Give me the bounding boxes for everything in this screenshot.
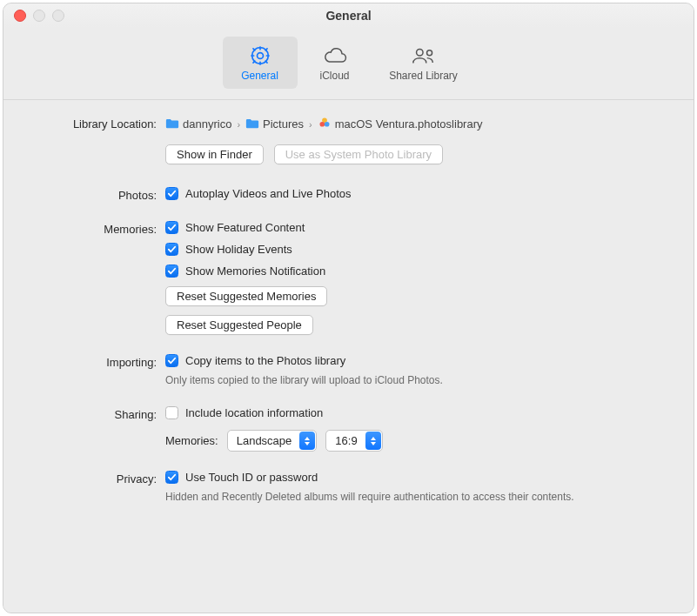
sharing-label: Sharing:	[28, 406, 165, 421]
memories-label: Memories:	[28, 221, 165, 236]
preferences-window: General General	[3, 3, 694, 613]
breadcrumb-text: dannyrico	[183, 117, 231, 131]
featured-content-checkbox-row[interactable]: Show Featured Content	[165, 221, 669, 234]
toolbar-tabs: General iCloud	[223, 37, 475, 89]
tab-shared-library-label: Shared Library	[389, 70, 458, 82]
checkbox[interactable]	[165, 187, 178, 200]
memories-row: Memories: Show Featured Content Show Hol…	[28, 221, 669, 335]
memories-notification-checkbox-row[interactable]: Show Memories Notification	[165, 264, 669, 278]
reset-suggested-people-button[interactable]: Reset Suggested People	[165, 315, 313, 335]
people-icon	[411, 44, 437, 67]
include-location-checkbox-row[interactable]: Include location information	[165, 406, 669, 419]
library-path-breadcrumb: dannyrico › Pictures ›	[165, 116, 669, 132]
photos-label: Photos:	[28, 187, 165, 202]
featured-content-label: Show Featured Content	[185, 221, 305, 234]
importing-label: Importing:	[28, 354, 165, 369]
tab-general-label: General	[241, 70, 278, 82]
window-title: General	[3, 9, 694, 23]
breadcrumb-text: macOS Ventura.photoslibrary	[335, 117, 483, 131]
titlebar: General	[3, 3, 694, 28]
svg-point-2	[416, 49, 423, 56]
orientation-value: Landscape	[237, 434, 292, 447]
library-location-row: Library Location: dannyrico › Pictu	[28, 116, 669, 164]
tab-shared-library[interactable]: Shared Library	[372, 37, 475, 89]
sharing-memories-sublabel: Memories:	[165, 434, 218, 447]
use-as-system-library-button: Use as System Photo Library	[274, 144, 443, 164]
aspect-ratio-select[interactable]: 16:9	[325, 430, 382, 452]
autoplay-label: Autoplay Videos and Live Photos	[185, 187, 352, 200]
svg-point-5	[319, 122, 325, 127]
copy-items-checkbox-row[interactable]: Copy items to the Photos library	[165, 354, 669, 367]
autoplay-checkbox-row[interactable]: Autoplay Videos and Live Photos	[165, 187, 669, 200]
chevron-right-icon: ›	[307, 119, 314, 130]
show-in-finder-button[interactable]: Show in Finder	[165, 144, 264, 164]
toolbar: General iCloud	[3, 28, 694, 100]
breadcrumb-segment[interactable]: dannyrico	[165, 117, 231, 131]
checkbox[interactable]	[165, 471, 178, 484]
tab-icloud[interactable]: iCloud	[298, 37, 372, 89]
importing-row: Importing: Copy items to the Photos libr…	[28, 354, 669, 387]
folder-icon	[245, 117, 259, 131]
privacy-hint: Hidden and Recently Deleted albums will …	[165, 490, 618, 504]
holiday-events-label: Show Holiday Events	[185, 243, 292, 256]
sharing-row: Sharing: Include location information Me…	[28, 406, 669, 452]
photos-row: Photos: Autoplay Videos and Live Photos	[28, 187, 669, 202]
checkbox[interactable]	[165, 406, 178, 419]
checkbox[interactable]	[165, 243, 178, 256]
svg-point-0	[257, 52, 263, 58]
importing-hint: Only items copied to the library will up…	[165, 373, 669, 387]
svg-point-6	[325, 122, 330, 127]
privacy-label: Privacy:	[28, 471, 165, 485]
checkbox[interactable]	[165, 354, 178, 367]
memories-notification-label: Show Memories Notification	[185, 264, 325, 278]
breadcrumb-text: Pictures	[263, 117, 304, 131]
gear-icon	[249, 44, 271, 67]
library-location-label: Library Location:	[28, 116, 165, 131]
cloud-icon	[322, 44, 348, 67]
holiday-events-checkbox-row[interactable]: Show Holiday Events	[165, 243, 669, 256]
photoslibrary-icon	[318, 116, 332, 132]
breadcrumb-segment[interactable]: macOS Ventura.photoslibrary	[318, 116, 483, 132]
folder-icon	[165, 117, 179, 131]
tab-general[interactable]: General	[223, 37, 298, 89]
copy-items-label: Copy items to the Photos library	[185, 354, 345, 367]
preferences-content: Library Location: dannyrico › Pictu	[3, 100, 694, 613]
orientation-select[interactable]: Landscape	[227, 430, 318, 452]
checkbox[interactable]	[165, 221, 178, 234]
checkbox[interactable]	[165, 264, 178, 278]
touch-id-label: Use Touch ID or password	[185, 471, 318, 484]
chevron-right-icon: ›	[235, 119, 242, 130]
touch-id-checkbox-row[interactable]: Use Touch ID or password	[165, 471, 669, 484]
stepper-icon	[365, 432, 381, 450]
reset-suggested-memories-button[interactable]: Reset Suggested Memories	[165, 286, 327, 306]
breadcrumb-segment[interactable]: Pictures	[245, 117, 304, 131]
include-location-label: Include location information	[185, 406, 323, 419]
svg-point-3	[426, 50, 432, 55]
tab-icloud-label: iCloud	[319, 70, 349, 82]
privacy-row: Privacy: Use Touch ID or password Hidden…	[28, 471, 669, 504]
stepper-icon	[299, 432, 315, 450]
aspect-ratio-value: 16:9	[335, 434, 357, 447]
